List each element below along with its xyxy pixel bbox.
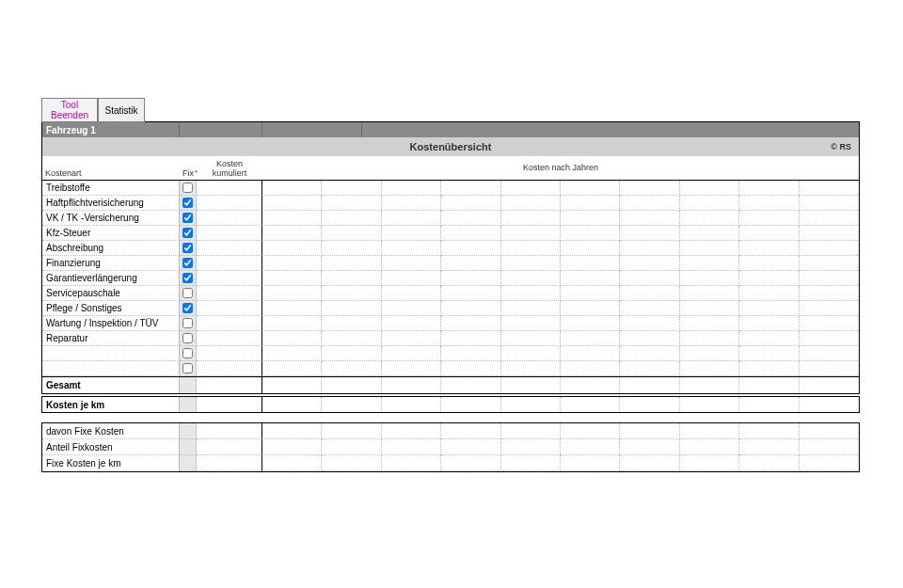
year-cell <box>800 226 859 241</box>
year-cell <box>680 181 739 196</box>
year-cells <box>262 211 859 226</box>
year-cell <box>620 331 679 346</box>
header-kosten-nach-jahren: Kosten nach Jahren <box>262 156 859 181</box>
summary-years <box>262 423 859 439</box>
year-cell <box>441 211 500 226</box>
fix-checkbox[interactable] <box>182 363 193 373</box>
year-cell <box>561 397 620 412</box>
tab-bar: Tool Beenden Statistik <box>41 98 860 122</box>
kum-cell <box>197 241 262 256</box>
year-cell <box>382 211 441 226</box>
year-cell <box>620 346 679 361</box>
year-cell <box>441 331 500 346</box>
year-cell <box>441 241 500 256</box>
tab-tool-beenden[interactable]: Tool Beenden <box>41 98 98 122</box>
fix-checkbox[interactable] <box>182 273 193 283</box>
fix-checkbox[interactable] <box>182 318 193 328</box>
year-cell <box>620 397 679 412</box>
year-cell <box>620 271 679 286</box>
year-cell <box>441 271 500 286</box>
year-cell <box>262 241 322 256</box>
year-cell <box>262 377 322 393</box>
year-cell <box>382 331 441 346</box>
year-cell <box>800 455 859 471</box>
cost-row: Servicepauschale <box>42 286 859 301</box>
year-cell <box>800 301 859 316</box>
year-cell <box>501 226 561 241</box>
year-cell <box>501 211 561 226</box>
year-cell <box>441 346 500 361</box>
fix-checkbox[interactable] <box>182 198 193 208</box>
year-cell <box>322 301 381 316</box>
fix-checkbox[interactable] <box>182 288 193 298</box>
year-cell <box>262 316 322 331</box>
year-cell <box>382 423 441 439</box>
year-cell <box>680 439 739 455</box>
fix-cell <box>180 196 197 211</box>
tab-statistik[interactable]: Statistik <box>98 98 145 122</box>
year-cell <box>800 331 859 346</box>
fix-cell <box>180 256 197 271</box>
cost-row: Abschreibung <box>42 241 859 256</box>
cost-row-label: Pflege / Sonstiges <box>42 301 180 316</box>
fix-checkbox[interactable] <box>182 228 193 238</box>
year-cell <box>262 226 322 241</box>
cost-row-label: Haftpflichtverisicherung <box>42 196 180 211</box>
year-cells <box>262 286 859 301</box>
year-cell <box>680 226 739 241</box>
year-cell <box>620 226 679 241</box>
year-cell <box>441 196 500 211</box>
year-cell <box>680 271 739 286</box>
cost-row: Treibstoffe <box>42 181 859 196</box>
year-cell <box>262 286 322 301</box>
year-cell <box>501 316 561 331</box>
year-cell <box>441 439 500 455</box>
cost-row: Wartung / Inspektion / TÜV <box>42 316 859 331</box>
header-kumuliert: Kosten kumuliert <box>197 156 262 181</box>
fix-checkbox[interactable] <box>182 213 193 223</box>
gesamt-row: Gesamt <box>42 376 859 393</box>
year-cell <box>501 196 561 211</box>
fix-cell <box>180 316 197 331</box>
summary-row: Fixe Kosten je km <box>42 455 859 471</box>
year-cell <box>322 316 381 331</box>
year-cell <box>561 301 620 316</box>
year-cell <box>322 211 381 226</box>
fix-checkbox[interactable] <box>182 183 193 193</box>
year-cell <box>322 361 381 376</box>
year-cell <box>739 181 799 196</box>
year-cell <box>262 423 322 439</box>
year-cell <box>441 181 500 196</box>
year-cells <box>262 181 859 196</box>
cost-row-label: Kfz-Steuer <box>42 226 180 241</box>
year-cell <box>262 256 322 271</box>
kum-cell <box>197 211 262 226</box>
summary-fix <box>180 423 197 439</box>
year-cell <box>800 316 859 331</box>
cost-row: Finanzierung <box>42 256 859 271</box>
year-cell <box>441 361 500 376</box>
fix-checkbox[interactable] <box>182 258 193 268</box>
year-cell <box>322 423 381 439</box>
year-cell <box>620 241 679 256</box>
year-cells <box>262 346 859 361</box>
year-cell <box>382 316 441 331</box>
fix-checkbox[interactable] <box>182 243 193 253</box>
year-cell <box>620 377 679 393</box>
year-cell <box>382 226 441 241</box>
year-cell <box>501 397 561 412</box>
year-cell <box>680 455 739 471</box>
year-cell <box>739 196 799 211</box>
year-cell <box>501 256 561 271</box>
year-cell <box>441 226 500 241</box>
cost-row: Reparatur <box>42 331 859 346</box>
fix-checkbox[interactable] <box>182 333 193 343</box>
fix-checkbox[interactable] <box>182 303 193 313</box>
cost-row: Pflege / Sonstiges <box>42 301 859 316</box>
year-cell <box>620 316 679 331</box>
fix-checkbox[interactable] <box>182 348 193 358</box>
year-cell <box>739 286 799 301</box>
kum-cell <box>197 361 262 376</box>
gesamt-years <box>262 377 859 393</box>
year-cell <box>501 455 561 471</box>
